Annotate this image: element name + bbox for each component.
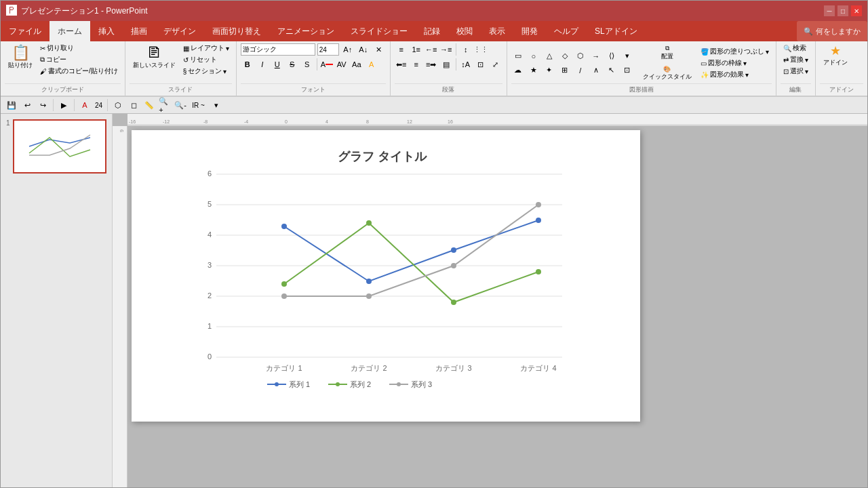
section-button[interactable]: § セクション ▾	[180, 66, 232, 77]
shape-btn-7[interactable]: ⟨⟩	[605, 49, 618, 63]
font-size-down-button[interactable]: A↓	[357, 43, 370, 56]
shape-btn-4[interactable]: ◇	[558, 49, 572, 63]
uppercase-button[interactable]: Aa	[350, 58, 363, 71]
align-center-button[interactable]: ≡	[410, 58, 423, 71]
font-name-input[interactable]	[241, 43, 315, 56]
cut-button[interactable]: ✂ 切り取り	[37, 43, 121, 54]
slide-thumbnail-chart	[16, 123, 104, 170]
menu-animations[interactable]: アニメーション	[269, 21, 342, 41]
bullets-button[interactable]: ≡	[395, 43, 408, 56]
menu-search[interactable]: 🔍 何をしますか	[797, 21, 867, 41]
app-window: 🅿 プレゼンテーション1 - PowerPoint ─ □ ✕ ファイル ホーム…	[0, 0, 868, 488]
menu-file[interactable]: ファイル	[1, 21, 50, 41]
shape-btn-6[interactable]: →	[589, 49, 603, 63]
clear-format-button[interactable]: ✕	[372, 43, 386, 56]
italic-button[interactable]: I	[256, 58, 269, 71]
font-color-button[interactable]: A	[320, 58, 334, 71]
new-slide-button[interactable]: 🖹 新しいスライド	[130, 43, 179, 72]
redo-button[interactable]: ↪	[36, 98, 50, 112]
qt-eraser-button[interactable]: ◻	[127, 98, 140, 112]
qt-more-button[interactable]: ▾	[210, 98, 223, 112]
quick-styles-button[interactable]: 🎨 クイックスタイル	[639, 64, 695, 83]
font-size-up-button[interactable]: A↑	[341, 43, 355, 56]
layout-button[interactable]: ▦ レイアウト ▾	[180, 43, 232, 54]
qt-sep3	[107, 99, 108, 111]
shape-btn-5[interactable]: ⬡	[574, 49, 587, 63]
menu-home[interactable]: ホーム	[50, 21, 90, 41]
columns-button[interactable]: ⋮⋮	[474, 43, 488, 56]
text-direction-button[interactable]: ↕A	[459, 58, 473, 71]
menu-help[interactable]: ヘルプ	[546, 21, 587, 41]
font-color2-button[interactable]: A	[365, 58, 378, 71]
close-button[interactable]: ✕	[851, 5, 862, 16]
shape-btn-9[interactable]: ☁	[511, 64, 525, 77]
replace-button[interactable]: ⇄ 置換 ▾	[781, 54, 811, 65]
shape-effects-button[interactable]: ✨ 図形の効果 ▾	[698, 69, 772, 80]
shape-btn-3[interactable]: △	[542, 49, 556, 63]
menu-design[interactable]: デザイン	[155, 21, 204, 41]
start-show-button[interactable]: ▶	[57, 98, 71, 112]
shape-btn-12[interactable]: ⊞	[558, 64, 572, 77]
qt-zoom-out-button[interactable]: 🔍-	[174, 98, 187, 112]
qt-font-color-button[interactable]: A	[78, 98, 92, 112]
font-size-input[interactable]	[317, 43, 339, 56]
arrange-button[interactable]: ⧉ 配置	[639, 43, 695, 63]
menu-transitions[interactable]: 画面切り替え	[204, 21, 269, 41]
menu-sladdin[interactable]: SLアドイン	[587, 21, 646, 41]
line-spacing-button[interactable]: ↕	[459, 43, 473, 56]
bold-button[interactable]: B	[241, 58, 254, 71]
underline-button[interactable]: U	[271, 58, 284, 71]
char-spacing-button[interactable]: AV	[335, 58, 349, 71]
smartart-button[interactable]: ⤢	[489, 58, 502, 71]
clipboard-label: クリップボード	[5, 83, 121, 96]
menu-review[interactable]: 校閲	[448, 21, 481, 41]
menu-view[interactable]: 表示	[481, 21, 513, 41]
menu-insert[interactable]: 挿入	[90, 21, 123, 41]
text-align-button[interactable]: ⊡	[474, 58, 488, 71]
paste-button[interactable]: 📋 貼り付け	[5, 43, 36, 72]
shape-outline-button[interactable]: ▭ 図形の枠線 ▾	[698, 58, 772, 68]
indent-decrease-button[interactable]: ←≡	[425, 43, 438, 56]
shape-btn-8[interactable]: ▾	[620, 49, 634, 63]
shadow-button[interactable]: S	[300, 58, 314, 71]
svg-point-24	[536, 218, 541, 223]
shape-fill-button[interactable]: 🪣 図形の塗りつぶし ▾	[698, 46, 772, 57]
menu-draw[interactable]: 描画	[123, 21, 155, 41]
reset-button[interactable]: ↺ リセット	[180, 54, 232, 65]
slide-canvas[interactable]: グラフ タイトル 6	[132, 130, 640, 422]
addin-button[interactable]: ★ アドイン	[820, 43, 851, 69]
maximize-button[interactable]: □	[837, 5, 848, 16]
copy-button[interactable]: ⧉ コピー	[37, 54, 121, 65]
find-button[interactable]: 🔍 検索	[781, 43, 811, 54]
undo-button[interactable]: ↩	[20, 98, 34, 112]
cursor-btn[interactable]: ↖	[605, 64, 618, 77]
menu-record[interactable]: 記録	[416, 21, 448, 41]
para-sep1	[456, 43, 456, 56]
numbering-button[interactable]: 1≡	[410, 43, 423, 56]
shape-btn-2[interactable]: ○	[527, 49, 540, 63]
qt-zoom-in-button[interactable]: 🔍+	[158, 98, 172, 112]
save-button[interactable]: 💾	[5, 98, 18, 112]
align-right-button[interactable]: ≡➡	[425, 58, 438, 71]
addin-label: アドイン	[820, 83, 863, 96]
indent-increase-button[interactable]: →≡	[439, 43, 453, 56]
svg-point-27	[451, 300, 456, 305]
shape-btn-14[interactable]: ∧	[589, 64, 603, 77]
format-painter-button[interactable]: 🖌 書式のコピー/貼り付け	[37, 66, 121, 77]
align-left-button[interactable]: ⬅≡	[395, 58, 408, 71]
shape-btn-1[interactable]: ▭	[511, 49, 525, 63]
shape-btn-10[interactable]: ★	[527, 64, 540, 77]
menu-slideshow[interactable]: スライドショー	[342, 21, 416, 41]
minimize-button[interactable]: ─	[824, 5, 835, 16]
drawing-fill-btns: 🪣 図形の塗りつぶし ▾ ▭ 図形の枠線 ▾ ✨ 図形の効果 ▾	[698, 46, 772, 80]
slide-thumbnail[interactable]	[13, 119, 106, 174]
select-button[interactable]: ⊡ 選択 ▾	[781, 66, 811, 77]
qt-shapes-button[interactable]: ⬡	[111, 98, 125, 112]
qt-ruler-button[interactable]: 📏	[142, 98, 156, 112]
justify-button[interactable]: ▤	[439, 58, 453, 71]
menu-developer[interactable]: 開発	[513, 21, 546, 41]
shape-btn-13[interactable]: /	[574, 64, 587, 77]
shape-btn-11[interactable]: ✦	[542, 64, 556, 77]
select-all-btn[interactable]: ⊡	[620, 64, 634, 77]
strikethrough-button[interactable]: S	[285, 58, 299, 71]
